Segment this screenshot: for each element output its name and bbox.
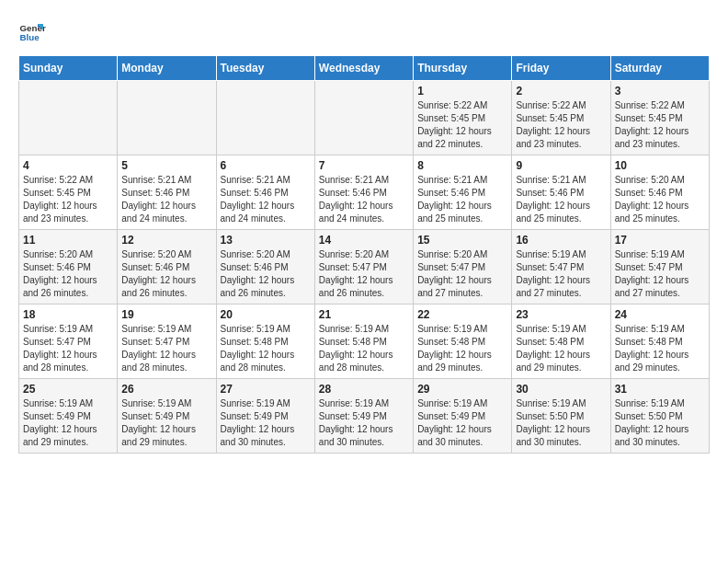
calendar-cell: 24Sunrise: 5:19 AM Sunset: 5:48 PM Dayli…: [610, 304, 709, 379]
day-info: Sunrise: 5:21 AM Sunset: 5:46 PM Dayligh…: [319, 174, 409, 225]
day-number: 30: [516, 383, 606, 396]
calendar-cell: 31Sunrise: 5:19 AM Sunset: 5:50 PM Dayli…: [610, 379, 709, 454]
day-info: Sunrise: 5:21 AM Sunset: 5:46 PM Dayligh…: [121, 174, 211, 225]
weekday-header: Tuesday: [216, 56, 314, 81]
day-info: Sunrise: 5:19 AM Sunset: 5:48 PM Dayligh…: [516, 323, 606, 374]
calendar-cell: 25Sunrise: 5:19 AM Sunset: 5:49 PM Dayli…: [19, 379, 118, 454]
day-info: Sunrise: 5:19 AM Sunset: 5:47 PM Dayligh…: [23, 323, 113, 374]
day-number: 16: [516, 234, 606, 247]
calendar-cell: 12Sunrise: 5:20 AM Sunset: 5:46 PM Dayli…: [118, 230, 216, 304]
calendar-cell: 17Sunrise: 5:19 AM Sunset: 5:47 PM Dayli…: [610, 230, 709, 304]
day-info: Sunrise: 5:19 AM Sunset: 5:48 PM Dayligh…: [221, 323, 311, 374]
day-info: Sunrise: 5:22 AM Sunset: 5:45 PM Dayligh…: [23, 174, 113, 225]
calendar-cell: 4Sunrise: 5:22 AM Sunset: 5:45 PM Daylig…: [19, 155, 118, 230]
calendar-cell: 19Sunrise: 5:19 AM Sunset: 5:47 PM Dayli…: [118, 304, 216, 379]
day-info: Sunrise: 5:22 AM Sunset: 5:45 PM Dayligh…: [417, 99, 507, 151]
day-number: 8: [417, 159, 507, 172]
calendar-cell: 18Sunrise: 5:19 AM Sunset: 5:47 PM Dayli…: [19, 304, 118, 379]
calendar-week-row: 25Sunrise: 5:19 AM Sunset: 5:49 PM Dayli…: [19, 379, 710, 454]
calendar-cell: 7Sunrise: 5:21 AM Sunset: 5:46 PM Daylig…: [314, 155, 413, 230]
calendar-week-row: 1Sunrise: 5:22 AM Sunset: 5:45 PM Daylig…: [19, 81, 710, 155]
day-number: 11: [23, 234, 113, 247]
day-number: 26: [121, 383, 211, 396]
day-info: Sunrise: 5:20 AM Sunset: 5:46 PM Dayligh…: [221, 248, 311, 300]
day-number: 29: [417, 383, 507, 396]
weekday-header: Thursday: [414, 56, 512, 81]
calendar-cell: 1Sunrise: 5:22 AM Sunset: 5:45 PM Daylig…: [414, 81, 512, 155]
weekday-header: Sunday: [19, 56, 118, 81]
calendar-week-row: 4Sunrise: 5:22 AM Sunset: 5:45 PM Daylig…: [19, 155, 710, 230]
day-info: Sunrise: 5:19 AM Sunset: 5:48 PM Dayligh…: [319, 323, 409, 374]
day-number: 19: [121, 308, 211, 321]
logo-icon: General Blue: [18, 18, 46, 46]
day-number: 9: [516, 159, 606, 172]
day-number: 13: [221, 234, 311, 247]
svg-text:Blue: Blue: [20, 32, 40, 42]
logo: General Blue: [18, 18, 50, 46]
day-info: Sunrise: 5:20 AM Sunset: 5:46 PM Dayligh…: [615, 174, 705, 225]
page-header: General Blue: [18, 18, 710, 46]
calendar-cell: 23Sunrise: 5:19 AM Sunset: 5:48 PM Dayli…: [512, 304, 610, 379]
calendar-cell: [118, 81, 216, 155]
day-number: 12: [121, 234, 211, 247]
calendar-cell: 14Sunrise: 5:20 AM Sunset: 5:47 PM Dayli…: [314, 230, 413, 304]
day-number: 25: [23, 383, 113, 396]
day-info: Sunrise: 5:19 AM Sunset: 5:47 PM Dayligh…: [615, 248, 705, 300]
day-info: Sunrise: 5:19 AM Sunset: 5:47 PM Dayligh…: [121, 323, 211, 374]
day-number: 22: [417, 308, 507, 321]
day-number: 17: [615, 234, 705, 247]
day-number: 7: [319, 159, 409, 172]
calendar-cell: 16Sunrise: 5:19 AM Sunset: 5:47 PM Dayli…: [512, 230, 610, 304]
day-info: Sunrise: 5:22 AM Sunset: 5:45 PM Dayligh…: [615, 99, 705, 151]
calendar-cell: [19, 81, 118, 155]
day-info: Sunrise: 5:19 AM Sunset: 5:48 PM Dayligh…: [417, 323, 507, 374]
day-number: 31: [615, 383, 705, 396]
calendar-week-row: 18Sunrise: 5:19 AM Sunset: 5:47 PM Dayli…: [19, 304, 710, 379]
day-info: Sunrise: 5:20 AM Sunset: 5:46 PM Dayligh…: [23, 248, 113, 300]
calendar-cell: 27Sunrise: 5:19 AM Sunset: 5:49 PM Dayli…: [216, 379, 314, 454]
calendar-cell: 9Sunrise: 5:21 AM Sunset: 5:46 PM Daylig…: [512, 155, 610, 230]
day-number: 23: [516, 308, 606, 321]
calendar-cell: 10Sunrise: 5:20 AM Sunset: 5:46 PM Dayli…: [610, 155, 709, 230]
day-info: Sunrise: 5:19 AM Sunset: 5:49 PM Dayligh…: [319, 397, 409, 449]
day-number: 24: [615, 308, 705, 321]
day-info: Sunrise: 5:19 AM Sunset: 5:50 PM Dayligh…: [516, 397, 606, 449]
calendar-cell: 29Sunrise: 5:19 AM Sunset: 5:49 PM Dayli…: [414, 379, 512, 454]
day-number: 1: [417, 85, 507, 98]
day-number: 4: [23, 159, 113, 172]
day-number: 14: [319, 234, 409, 247]
weekday-header: Friday: [512, 56, 610, 81]
day-info: Sunrise: 5:19 AM Sunset: 5:49 PM Dayligh…: [417, 397, 507, 449]
weekday-header: Monday: [118, 56, 216, 81]
day-info: Sunrise: 5:19 AM Sunset: 5:50 PM Dayligh…: [615, 397, 705, 449]
day-info: Sunrise: 5:21 AM Sunset: 5:46 PM Dayligh…: [417, 174, 507, 225]
calendar-cell: 5Sunrise: 5:21 AM Sunset: 5:46 PM Daylig…: [118, 155, 216, 230]
weekday-header: Wednesday: [314, 56, 413, 81]
day-number: 15: [417, 234, 507, 247]
weekday-header: Saturday: [610, 56, 709, 81]
calendar-cell: [314, 81, 413, 155]
day-info: Sunrise: 5:20 AM Sunset: 5:47 PM Dayligh…: [319, 248, 409, 300]
calendar-cell: [216, 81, 314, 155]
calendar-table: SundayMondayTuesdayWednesdayThursdayFrid…: [18, 55, 710, 454]
calendar-cell: 8Sunrise: 5:21 AM Sunset: 5:46 PM Daylig…: [414, 155, 512, 230]
calendar-cell: 6Sunrise: 5:21 AM Sunset: 5:46 PM Daylig…: [216, 155, 314, 230]
day-info: Sunrise: 5:22 AM Sunset: 5:45 PM Dayligh…: [516, 99, 606, 151]
day-info: Sunrise: 5:21 AM Sunset: 5:46 PM Dayligh…: [221, 174, 311, 225]
calendar-cell: 30Sunrise: 5:19 AM Sunset: 5:50 PM Dayli…: [512, 379, 610, 454]
day-info: Sunrise: 5:19 AM Sunset: 5:48 PM Dayligh…: [615, 323, 705, 374]
day-number: 10: [615, 159, 705, 172]
day-info: Sunrise: 5:19 AM Sunset: 5:49 PM Dayligh…: [23, 397, 113, 449]
day-number: 20: [221, 308, 311, 321]
day-number: 27: [221, 383, 311, 396]
calendar-cell: 2Sunrise: 5:22 AM Sunset: 5:45 PM Daylig…: [512, 81, 610, 155]
calendar-cell: 11Sunrise: 5:20 AM Sunset: 5:46 PM Dayli…: [19, 230, 118, 304]
day-number: 21: [319, 308, 409, 321]
day-info: Sunrise: 5:19 AM Sunset: 5:49 PM Dayligh…: [221, 397, 311, 449]
calendar-cell: 26Sunrise: 5:19 AM Sunset: 5:49 PM Dayli…: [118, 379, 216, 454]
day-number: 5: [121, 159, 211, 172]
calendar-cell: 15Sunrise: 5:20 AM Sunset: 5:47 PM Dayli…: [414, 230, 512, 304]
day-info: Sunrise: 5:19 AM Sunset: 5:49 PM Dayligh…: [121, 397, 211, 449]
calendar-cell: 21Sunrise: 5:19 AM Sunset: 5:48 PM Dayli…: [314, 304, 413, 379]
calendar-cell: 28Sunrise: 5:19 AM Sunset: 5:49 PM Dayli…: [314, 379, 413, 454]
